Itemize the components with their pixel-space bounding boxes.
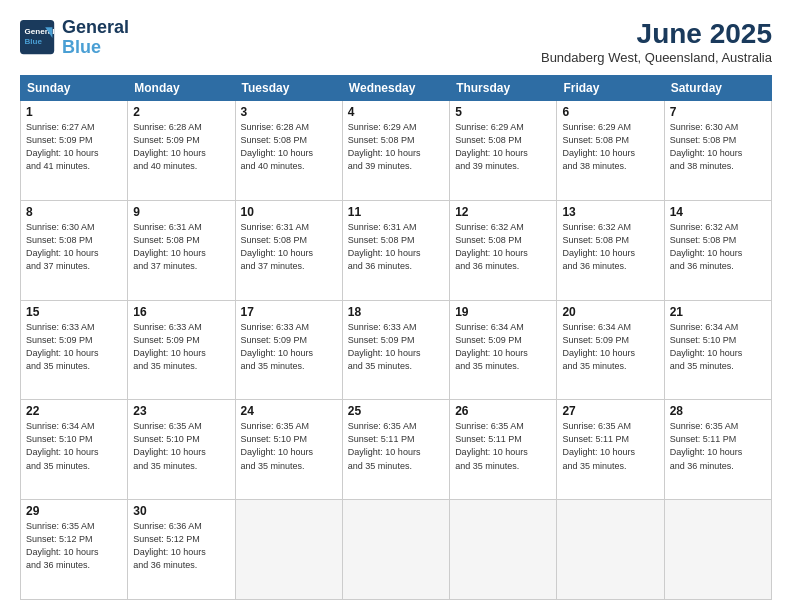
day-number: 15 [26, 305, 122, 319]
day-info: Sunrise: 6:29 AM Sunset: 5:08 PM Dayligh… [455, 121, 551, 173]
day-info: Sunrise: 6:28 AM Sunset: 5:09 PM Dayligh… [133, 121, 229, 173]
table-row: 20Sunrise: 6:34 AM Sunset: 5:09 PM Dayli… [557, 300, 664, 400]
main-title: June 2025 [541, 18, 772, 50]
day-number: 21 [670, 305, 766, 319]
table-row: 15Sunrise: 6:33 AM Sunset: 5:09 PM Dayli… [21, 300, 128, 400]
day-info: Sunrise: 6:35 AM Sunset: 5:10 PM Dayligh… [241, 420, 337, 472]
day-number: 2 [133, 105, 229, 119]
day-info: Sunrise: 6:29 AM Sunset: 5:08 PM Dayligh… [562, 121, 658, 173]
table-row [664, 500, 771, 600]
day-number: 23 [133, 404, 229, 418]
table-row: 5Sunrise: 6:29 AM Sunset: 5:08 PM Daylig… [450, 101, 557, 201]
day-number: 30 [133, 504, 229, 518]
day-info: Sunrise: 6:32 AM Sunset: 5:08 PM Dayligh… [670, 221, 766, 273]
logo-line1: General [62, 18, 129, 38]
table-row: 4Sunrise: 6:29 AM Sunset: 5:08 PM Daylig… [342, 101, 449, 201]
day-info: Sunrise: 6:27 AM Sunset: 5:09 PM Dayligh… [26, 121, 122, 173]
day-number: 6 [562, 105, 658, 119]
table-row: 12Sunrise: 6:32 AM Sunset: 5:08 PM Dayli… [450, 200, 557, 300]
day-info: Sunrise: 6:35 AM Sunset: 5:11 PM Dayligh… [562, 420, 658, 472]
header-row: Sunday Monday Tuesday Wednesday Thursday… [21, 76, 772, 101]
day-info: Sunrise: 6:36 AM Sunset: 5:12 PM Dayligh… [133, 520, 229, 572]
logo-icon: General Blue [20, 20, 56, 56]
day-number: 14 [670, 205, 766, 219]
day-info: Sunrise: 6:31 AM Sunset: 5:08 PM Dayligh… [348, 221, 444, 273]
header: General Blue General Blue June 2025 Bund… [20, 18, 772, 65]
day-info: Sunrise: 6:34 AM Sunset: 5:09 PM Dayligh… [562, 321, 658, 373]
day-info: Sunrise: 6:34 AM Sunset: 5:10 PM Dayligh… [26, 420, 122, 472]
day-number: 16 [133, 305, 229, 319]
day-info: Sunrise: 6:35 AM Sunset: 5:11 PM Dayligh… [455, 420, 551, 472]
table-row: 16Sunrise: 6:33 AM Sunset: 5:09 PM Dayli… [128, 300, 235, 400]
day-number: 1 [26, 105, 122, 119]
day-info: Sunrise: 6:35 AM Sunset: 5:11 PM Dayligh… [348, 420, 444, 472]
col-sunday: Sunday [21, 76, 128, 101]
day-number: 28 [670, 404, 766, 418]
col-friday: Friday [557, 76, 664, 101]
day-info: Sunrise: 6:30 AM Sunset: 5:08 PM Dayligh… [670, 121, 766, 173]
table-row: 8Sunrise: 6:30 AM Sunset: 5:08 PM Daylig… [21, 200, 128, 300]
table-row [450, 500, 557, 600]
day-info: Sunrise: 6:33 AM Sunset: 5:09 PM Dayligh… [348, 321, 444, 373]
page: General Blue General Blue June 2025 Bund… [0, 0, 792, 612]
day-number: 7 [670, 105, 766, 119]
day-number: 12 [455, 205, 551, 219]
col-thursday: Thursday [450, 76, 557, 101]
table-row [342, 500, 449, 600]
day-info: Sunrise: 6:35 AM Sunset: 5:11 PM Dayligh… [670, 420, 766, 472]
day-number: 17 [241, 305, 337, 319]
table-row: 26Sunrise: 6:35 AM Sunset: 5:11 PM Dayli… [450, 400, 557, 500]
title-block: June 2025 Bundaberg West, Queensland, Au… [541, 18, 772, 65]
logo: General Blue General Blue [20, 18, 129, 58]
day-number: 22 [26, 404, 122, 418]
table-row: 19Sunrise: 6:34 AM Sunset: 5:09 PM Dayli… [450, 300, 557, 400]
table-row: 24Sunrise: 6:35 AM Sunset: 5:10 PM Dayli… [235, 400, 342, 500]
col-saturday: Saturday [664, 76, 771, 101]
table-row: 29Sunrise: 6:35 AM Sunset: 5:12 PM Dayli… [21, 500, 128, 600]
day-number: 4 [348, 105, 444, 119]
svg-text:Blue: Blue [25, 37, 43, 46]
day-info: Sunrise: 6:29 AM Sunset: 5:08 PM Dayligh… [348, 121, 444, 173]
day-info: Sunrise: 6:32 AM Sunset: 5:08 PM Dayligh… [455, 221, 551, 273]
table-row: 27Sunrise: 6:35 AM Sunset: 5:11 PM Dayli… [557, 400, 664, 500]
table-row: 18Sunrise: 6:33 AM Sunset: 5:09 PM Dayli… [342, 300, 449, 400]
table-row: 11Sunrise: 6:31 AM Sunset: 5:08 PM Dayli… [342, 200, 449, 300]
table-row: 3Sunrise: 6:28 AM Sunset: 5:08 PM Daylig… [235, 101, 342, 201]
day-number: 29 [26, 504, 122, 518]
day-number: 25 [348, 404, 444, 418]
calendar: Sunday Monday Tuesday Wednesday Thursday… [20, 75, 772, 600]
logo-text: General Blue [62, 18, 129, 58]
day-info: Sunrise: 6:34 AM Sunset: 5:10 PM Dayligh… [670, 321, 766, 373]
table-row: 13Sunrise: 6:32 AM Sunset: 5:08 PM Dayli… [557, 200, 664, 300]
day-info: Sunrise: 6:31 AM Sunset: 5:08 PM Dayligh… [241, 221, 337, 273]
day-number: 13 [562, 205, 658, 219]
day-info: Sunrise: 6:33 AM Sunset: 5:09 PM Dayligh… [133, 321, 229, 373]
day-number: 10 [241, 205, 337, 219]
table-row: 7Sunrise: 6:30 AM Sunset: 5:08 PM Daylig… [664, 101, 771, 201]
day-info: Sunrise: 6:30 AM Sunset: 5:08 PM Dayligh… [26, 221, 122, 273]
col-wednesday: Wednesday [342, 76, 449, 101]
day-number: 27 [562, 404, 658, 418]
day-number: 9 [133, 205, 229, 219]
day-number: 8 [26, 205, 122, 219]
table-row: 14Sunrise: 6:32 AM Sunset: 5:08 PM Dayli… [664, 200, 771, 300]
table-row: 2Sunrise: 6:28 AM Sunset: 5:09 PM Daylig… [128, 101, 235, 201]
day-number: 5 [455, 105, 551, 119]
table-row: 1Sunrise: 6:27 AM Sunset: 5:09 PM Daylig… [21, 101, 128, 201]
day-info: Sunrise: 6:31 AM Sunset: 5:08 PM Dayligh… [133, 221, 229, 273]
day-number: 19 [455, 305, 551, 319]
day-info: Sunrise: 6:34 AM Sunset: 5:09 PM Dayligh… [455, 321, 551, 373]
table-row [557, 500, 664, 600]
day-info: Sunrise: 6:35 AM Sunset: 5:12 PM Dayligh… [26, 520, 122, 572]
day-info: Sunrise: 6:33 AM Sunset: 5:09 PM Dayligh… [241, 321, 337, 373]
col-monday: Monday [128, 76, 235, 101]
subtitle: Bundaberg West, Queensland, Australia [541, 50, 772, 65]
day-info: Sunrise: 6:33 AM Sunset: 5:09 PM Dayligh… [26, 321, 122, 373]
day-number: 3 [241, 105, 337, 119]
table-row: 30Sunrise: 6:36 AM Sunset: 5:12 PM Dayli… [128, 500, 235, 600]
table-row: 21Sunrise: 6:34 AM Sunset: 5:10 PM Dayli… [664, 300, 771, 400]
table-row: 9Sunrise: 6:31 AM Sunset: 5:08 PM Daylig… [128, 200, 235, 300]
table-row: 17Sunrise: 6:33 AM Sunset: 5:09 PM Dayli… [235, 300, 342, 400]
table-row: 6Sunrise: 6:29 AM Sunset: 5:08 PM Daylig… [557, 101, 664, 201]
table-row: 22Sunrise: 6:34 AM Sunset: 5:10 PM Dayli… [21, 400, 128, 500]
